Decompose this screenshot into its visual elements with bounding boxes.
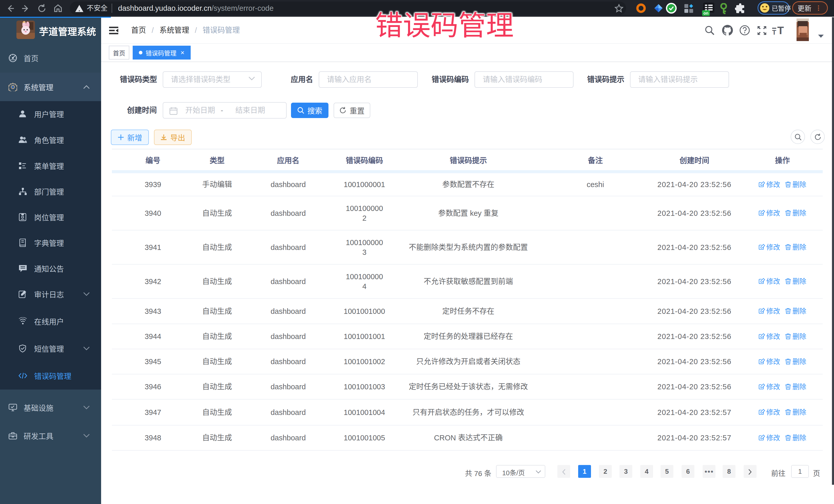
svg-text:on: on [703,11,708,15]
